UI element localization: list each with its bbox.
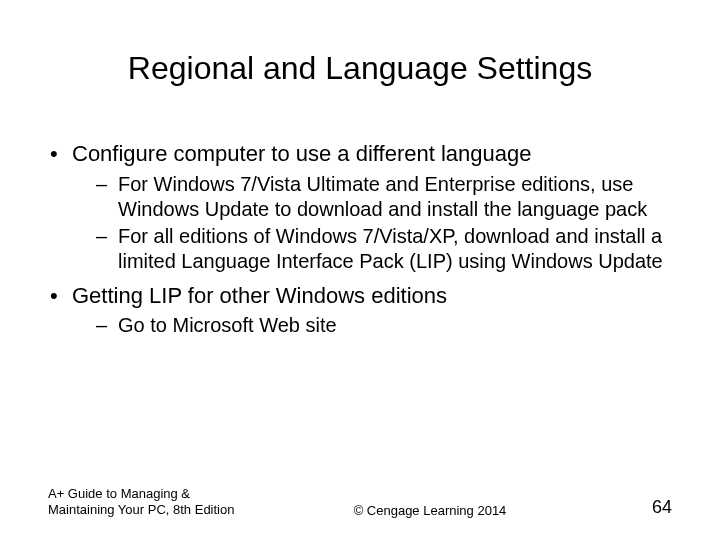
sub-bullet-item: Go to Microsoft Web site — [72, 313, 672, 338]
bullet-text: Getting LIP for other Windows editions — [72, 283, 447, 308]
sub-bullet-list: For Windows 7/Vista Ultimate and Enterpr… — [72, 172, 672, 274]
sub-bullet-text: For all editions of Windows 7/Vista/XP, … — [118, 225, 663, 272]
footer-center: © Cengage Learning 2014 — [248, 503, 612, 518]
sub-bullet-list: Go to Microsoft Web site — [72, 313, 672, 338]
slide-footer: A+ Guide to Managing & Maintaining Your … — [48, 486, 672, 519]
footer-left: A+ Guide to Managing & Maintaining Your … — [48, 486, 248, 519]
sub-bullet-item: For Windows 7/Vista Ultimate and Enterpr… — [72, 172, 672, 222]
sub-bullet-text: For Windows 7/Vista Ultimate and Enterpr… — [118, 173, 647, 220]
slide-title: Regional and Language Settings — [0, 50, 720, 87]
sub-bullet-item: For all editions of Windows 7/Vista/XP, … — [72, 224, 672, 274]
bullet-text: Configure computer to use a different la… — [72, 141, 531, 166]
bullet-list: Configure computer to use a different la… — [48, 140, 672, 338]
bullet-item: Configure computer to use a different la… — [48, 140, 672, 274]
bullet-item: Getting LIP for other Windows editions G… — [48, 282, 672, 339]
slide-body: Configure computer to use a different la… — [48, 140, 672, 346]
slide-number: 64 — [612, 497, 672, 518]
slide: Regional and Language Settings Configure… — [0, 0, 720, 540]
sub-bullet-text: Go to Microsoft Web site — [118, 314, 337, 336]
